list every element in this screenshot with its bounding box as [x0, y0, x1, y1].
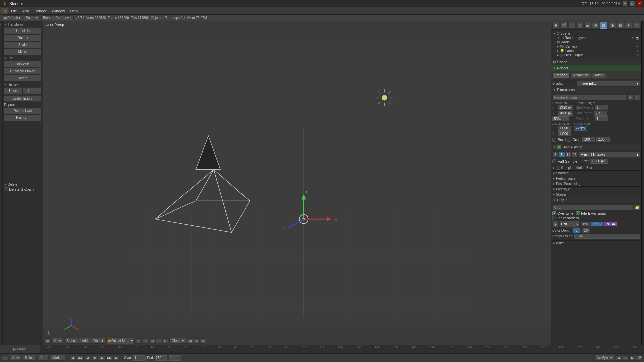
transform-header[interactable]: ▼ Transform [4, 23, 41, 26]
overlay-icon[interactable]: ▣ [187, 338, 193, 344]
bottom-view-btn[interactable]: View [9, 355, 21, 361]
file-ext-check[interactable]: ✓ [576, 211, 580, 215]
texture-icon[interactable]: ▤ [617, 22, 624, 29]
render-layers-eye-icon[interactable]: 👁 [631, 36, 634, 40]
tree-obj-output[interactable]: ▶ ◎ OBJ_Output 👁 [556, 53, 640, 57]
freestyle-header[interactable]: ▶ Freestyle [551, 187, 641, 192]
menu-item-add[interactable]: Add [20, 8, 32, 14]
dimensions-header[interactable]: ▼ Dimensions [551, 87, 641, 93]
obj-eye-icon[interactable]: 👁 [636, 54, 639, 57]
select-menu-button[interactable]: Select [64, 338, 78, 344]
viewport-shading-btn[interactable]: ○ [136, 338, 142, 344]
rgb-button[interactable]: RGB [591, 222, 603, 227]
engine-settings-icon[interactable]: ✕ [69, 16, 72, 20]
aa-16-btn[interactable]: 16 [572, 152, 578, 157]
next-frame-btn[interactable]: ▶▶ [106, 355, 112, 361]
stop-btn[interactable]: ■ [92, 355, 98, 361]
render-section-header[interactable]: ▼ Render [551, 65, 641, 71]
camera-eye-icon[interactable]: 👁 [636, 45, 639, 48]
render-presets-add-btn[interactable]: + [627, 94, 633, 100]
playback-icon-btn[interactable]: ▶ [629, 355, 635, 361]
performance-header[interactable]: ▶ Performance [551, 176, 641, 181]
render-presets-remove-btn[interactable]: ✕ [634, 94, 640, 100]
tree-lamp[interactable]: ▶ 💡 Lamp 👁 [556, 49, 640, 53]
aa-11-btn[interactable]: 11 [565, 152, 571, 157]
physics-icon[interactable]: ◌ [633, 22, 640, 29]
tree-render-layers[interactable]: ▼ ⊡ RenderLayers 👁 📷 [556, 36, 640, 40]
render-engine-selector[interactable]: Blender Render ▾ ✕ [41, 15, 74, 20]
output-header[interactable]: ▼ Output [551, 197, 641, 203]
display-selector[interactable]: Image Editor ▾ [577, 80, 640, 86]
close-button[interactable]: ✕ [637, 1, 642, 6]
overwrite-check[interactable]: ✓ [552, 211, 556, 215]
play-reverse-btn[interactable]: ◀ [84, 355, 90, 361]
post-processing-header[interactable]: ▶ Post Processing [551, 181, 641, 187]
prev-frame-btn[interactable]: ◀◀ [77, 355, 83, 361]
transform-orientation-selector[interactable]: Global ▾ [169, 338, 186, 344]
object-menu-button[interactable]: Object [91, 338, 105, 344]
material-icon[interactable]: ◑ [609, 22, 616, 29]
sync-selector[interactable]: No Sync ▾ [594, 355, 614, 361]
stamp-header[interactable]: ▶ Stamp [551, 192, 641, 197]
tab-animation[interactable]: Animation [570, 72, 591, 78]
aa-5-btn[interactable]: 5 [552, 152, 558, 157]
editor-type-selector[interactable]: ▦ Default ▾ [2, 15, 22, 20]
play-btn[interactable]: ▶ [99, 355, 105, 361]
data-icon[interactable]: ▦ [600, 22, 607, 29]
start-frame-ctrl-field[interactable]: 1 [133, 355, 146, 361]
tree-world[interactable]: ⊡ World [556, 40, 640, 44]
start-frame-field[interactable]: 1 [595, 105, 608, 110]
end-frame-ctrl-field[interactable]: 250 [155, 355, 167, 361]
bottom-select-btn[interactable]: Select [23, 355, 37, 361]
minimize-button[interactable]: ─ [623, 1, 627, 6]
history-header[interactable]: ▼ History [4, 83, 41, 86]
menu-item-help[interactable]: Help [68, 8, 80, 14]
anti-aliasing-header[interactable]: ▼ ✓ Anti-Aliasing [551, 144, 641, 150]
compression-field[interactable]: 15% [574, 234, 640, 239]
res-y-field[interactable]: 1080 px [558, 111, 573, 116]
bake-header[interactable]: ▶ Bake [551, 241, 641, 246]
delete-globally-check[interactable] [4, 187, 8, 191]
step-val-field[interactable]: 1 [169, 355, 181, 361]
keyframe-icon-btn[interactable]: ◆ [616, 355, 622, 361]
framerate-field[interactable]: 24 fps [574, 126, 587, 131]
lamp-eye-icon[interactable]: 👁 [636, 49, 639, 53]
edit-header[interactable]: ▼ Edit [4, 56, 41, 60]
crop-check[interactable] [567, 138, 571, 142]
proportional-icon[interactable]: ⊘ [162, 338, 168, 344]
cd-16-btn[interactable]: 16 [582, 228, 590, 233]
output-path-browse-btn[interactable]: 📁 [634, 204, 640, 210]
view-menu-button[interactable]: View [51, 338, 63, 344]
delete-section-header[interactable]: ▼ Delete [4, 183, 41, 186]
tree-camera[interactable]: ▶ 📷 Camera 👁 [556, 44, 640, 49]
constraints-icon[interactable]: ⛓ [584, 22, 592, 29]
bottom-editor-type-icon[interactable]: ◫ [2, 355, 8, 361]
res-x-field[interactable]: 1920 px [558, 105, 573, 110]
bord-check[interactable] [552, 138, 556, 142]
modifiers-icon[interactable]: ⚙ [592, 22, 599, 29]
particles-icon[interactable]: ✦ [625, 22, 632, 29]
menu-item-render[interactable]: Render [32, 8, 49, 14]
format-icon-btn[interactable]: ◉ [552, 221, 558, 227]
undo-history-button[interactable]: Undo History [4, 95, 41, 102]
repeat-last-button[interactable]: Repeat Last [4, 108, 41, 114]
sampled-motion-blur-header[interactable]: ▶ Sampled Motion Blur [551, 165, 641, 171]
viewport[interactable]: User Persp [43, 21, 551, 345]
bottom-add-btn[interactable]: Add [38, 355, 49, 361]
output-path-field[interactable]: /tmp/ [552, 204, 633, 210]
delete-button[interactable]: Delete [4, 75, 41, 81]
audio-icon-btn[interactable]: ♪ [623, 355, 629, 361]
aa-8-btn[interactable]: 8 [559, 152, 565, 157]
jump-start-btn[interactable]: |◀ [69, 355, 75, 361]
full-sample-check[interactable] [552, 159, 556, 163]
timeline-track[interactable]: -50 -40 -30 -20 -10 0 10 20 30 40 50 60 … [40, 345, 644, 353]
relationship-icon[interactable]: ⊕ [194, 338, 200, 344]
translate-button[interactable]: Translate [4, 27, 41, 34]
mirror-button[interactable]: Mirror [4, 49, 41, 55]
redo-button[interactable]: Redo [23, 87, 42, 94]
duplicate-linked-button[interactable]: Duplicate Linked [4, 68, 41, 74]
scene-selector[interactable]: Scene ▾ [24, 15, 39, 20]
placeholders-check[interactable] [552, 216, 556, 220]
tab-render[interactable]: Render [552, 72, 570, 78]
time-remap-new-field[interactable]: :100 [596, 137, 610, 142]
